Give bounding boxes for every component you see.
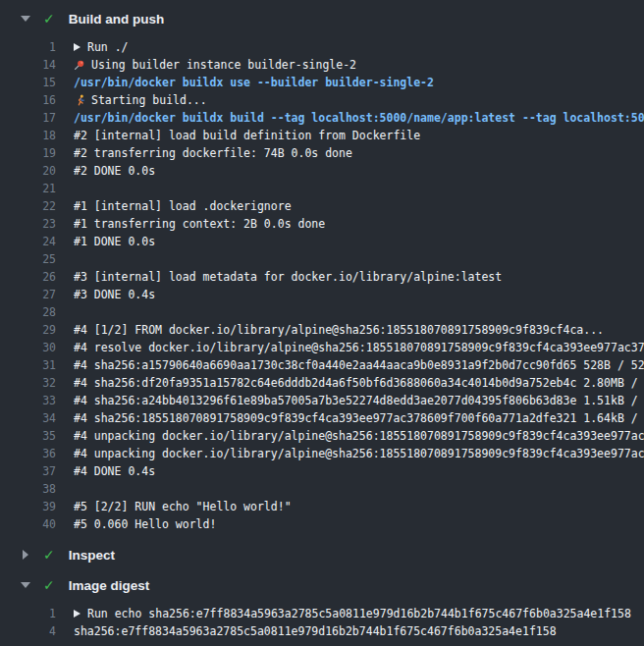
log-line: 14Using builder instance builder-single-… bbox=[0, 56, 644, 74]
expand-group-icon[interactable] bbox=[74, 610, 80, 618]
line-number[interactable]: 37 bbox=[0, 462, 56, 480]
log-text-value: /usr/bin/docker buildx build --tag local… bbox=[74, 109, 644, 127]
log-line: 17/usr/bin/docker buildx build --tag loc… bbox=[0, 109, 644, 127]
line-number[interactable]: 22 bbox=[0, 197, 56, 215]
section-header-build-and-push[interactable]: ✓ Build and push bbox=[0, 10, 644, 27]
log-text: #2 transferring dockerfile: 74B 0.0s don… bbox=[74, 144, 352, 162]
log-lines-build-and-push: 1Run ./14Using builder instance builder-… bbox=[0, 38, 644, 533]
log-line: 20#2 DONE 0.0s bbox=[0, 162, 644, 180]
line-number[interactable]: 1 bbox=[0, 38, 56, 56]
log-text: #4 unpacking docker.io/library/alpine@sh… bbox=[74, 427, 644, 445]
log-text: #3 [internal] load metadata for docker.i… bbox=[74, 268, 502, 286]
log-lines-image-digest: 1Run echo sha256:e7ff8834a5963a2785c5a08… bbox=[0, 605, 644, 640]
log-text-value: #4 sha256:a15790640a6690aa1730c38cf0a440… bbox=[74, 356, 644, 374]
log-text-value: #2 [internal] load build definition from… bbox=[74, 127, 420, 144]
log-text-value: #1 [internal] load .dockerignore bbox=[74, 197, 292, 215]
log-line: 22#1 [internal] load .dockerignore bbox=[0, 197, 644, 215]
log-text: #1 DONE 0.0s bbox=[74, 233, 155, 250]
log-line: 28 bbox=[0, 303, 644, 321]
line-number[interactable]: 4 bbox=[0, 622, 56, 640]
line-number[interactable]: 25 bbox=[0, 250, 56, 268]
log-text-value: #4 [1/2] FROM docker.io/library/alpine@s… bbox=[74, 321, 604, 339]
check-icon: ✓ bbox=[43, 548, 55, 562]
log-line: 38 bbox=[0, 480, 644, 498]
log-text-value: Run ./ bbox=[87, 38, 129, 56]
pushpin-icon bbox=[74, 59, 85, 71]
line-number[interactable]: 17 bbox=[0, 109, 56, 127]
line-number[interactable]: 26 bbox=[0, 268, 56, 286]
log-text-value: sha256:e7ff8834a5963a2785c5a0811e979d16b… bbox=[74, 622, 557, 640]
line-number[interactable]: 15 bbox=[0, 74, 56, 91]
log-text-value: #4 resolve docker.io/library/alpine@sha2… bbox=[74, 339, 644, 356]
log-text-value: #2 DONE 0.0s bbox=[74, 162, 155, 180]
log-text-value: #3 [internal] load metadata for docker.i… bbox=[74, 268, 502, 286]
section-header-inspect[interactable]: ✓ Inspect bbox=[0, 546, 644, 564]
log-text: #2 [internal] load build definition from… bbox=[74, 127, 420, 144]
section-header-image-digest[interactable]: ✓ Image digest bbox=[0, 576, 644, 594]
line-number[interactable]: 24 bbox=[0, 233, 56, 250]
log-text: #4 sha256:185518070891758909c9f839cf4ca3… bbox=[74, 409, 644, 427]
log-line: 25 bbox=[0, 250, 644, 268]
log-text: #5 [2/2] RUN echo "Hello world!" bbox=[74, 498, 292, 515]
log-text-value: /usr/bin/docker buildx use --builder bui… bbox=[74, 74, 434, 91]
line-number[interactable]: 16 bbox=[0, 91, 56, 109]
line-number[interactable]: 14 bbox=[0, 56, 56, 74]
line-number[interactable]: 1 bbox=[0, 605, 56, 622]
log-line: 21 bbox=[0, 180, 644, 197]
log-text: #5 0.060 Hello world! bbox=[74, 515, 216, 533]
log-line: 32#4 sha256:df20fa9351a15782c64e6dddb2d4… bbox=[0, 374, 644, 392]
chevron-right-icon[interactable] bbox=[20, 550, 31, 560]
log-text: /usr/bin/docker buildx use --builder bui… bbox=[74, 74, 434, 91]
log-line: 1Run echo sha256:e7ff8834a5963a2785c5a08… bbox=[0, 605, 644, 622]
line-number[interactable]: 18 bbox=[0, 127, 56, 144]
check-icon: ✓ bbox=[43, 12, 55, 26]
line-number[interactable]: 33 bbox=[0, 392, 56, 409]
log-text: sha256:e7ff8834a5963a2785c5a0811e979d16b… bbox=[74, 622, 557, 640]
log-text-value: #1 DONE 0.0s bbox=[74, 233, 155, 250]
log-text: /usr/bin/docker buildx build --tag local… bbox=[74, 109, 644, 127]
log-text: Starting build... bbox=[74, 91, 207, 109]
log-line: 23#1 transferring context: 2B 0.0s done bbox=[0, 215, 644, 233]
log-text-value: #4 sha256:a24bb4013296f61e89ba57005a7b3e… bbox=[74, 392, 644, 409]
line-number[interactable]: 28 bbox=[0, 303, 56, 321]
log-text: #2 DONE 0.0s bbox=[74, 162, 155, 180]
line-number[interactable]: 36 bbox=[0, 445, 56, 462]
line-number[interactable]: 23 bbox=[0, 215, 56, 233]
log-line: 31#4 sha256:a15790640a6690aa1730c38cf0a4… bbox=[0, 356, 644, 374]
log-text: #1 [internal] load .dockerignore bbox=[74, 197, 292, 215]
log-line: 36#4 unpacking docker.io/library/alpine@… bbox=[0, 445, 644, 462]
log-line: 35#4 unpacking docker.io/library/alpine@… bbox=[0, 427, 644, 445]
line-number[interactable]: 29 bbox=[0, 321, 56, 339]
log-line: 15/usr/bin/docker buildx use --builder b… bbox=[0, 74, 644, 91]
log-line: 34#4 sha256:185518070891758909c9f839cf4c… bbox=[0, 409, 644, 427]
line-number[interactable]: 35 bbox=[0, 427, 56, 445]
line-number[interactable]: 19 bbox=[0, 144, 56, 162]
expand-group-icon[interactable] bbox=[74, 43, 80, 51]
line-number[interactable]: 31 bbox=[0, 356, 56, 374]
log-line: 37#4 DONE 0.4s bbox=[0, 462, 644, 480]
log-line: 1Run ./ bbox=[0, 38, 644, 56]
line-number[interactable]: 21 bbox=[0, 180, 56, 197]
line-number[interactable]: 38 bbox=[0, 480, 56, 498]
line-number[interactable]: 20 bbox=[0, 162, 56, 180]
log-text-value: Using builder instance builder-single-2 bbox=[91, 56, 356, 74]
log-text: #3 DONE 0.4s bbox=[74, 286, 155, 303]
check-icon: ✓ bbox=[43, 578, 55, 592]
log-text: #4 resolve docker.io/library/alpine@sha2… bbox=[74, 339, 644, 356]
workflow-log-viewer: ✓ Build and push 1Run ./14Using builder … bbox=[0, 0, 644, 646]
line-number[interactable]: 40 bbox=[0, 515, 56, 533]
log-line: 24#1 DONE 0.0s bbox=[0, 233, 644, 250]
log-line: 33#4 sha256:a24bb4013296f61e89ba57005a7b… bbox=[0, 392, 644, 409]
line-number[interactable]: 34 bbox=[0, 409, 56, 427]
log-line: 29#4 [1/2] FROM docker.io/library/alpine… bbox=[0, 321, 644, 339]
line-number[interactable]: 32 bbox=[0, 374, 56, 392]
line-number[interactable]: 27 bbox=[0, 286, 56, 303]
section-title: Inspect bbox=[69, 548, 115, 563]
line-number[interactable]: 30 bbox=[0, 339, 56, 356]
log-text-value: #5 0.060 Hello world! bbox=[74, 515, 216, 533]
log-text-value: Starting build... bbox=[91, 91, 207, 109]
line-number[interactable]: 39 bbox=[0, 498, 56, 515]
chevron-down-icon[interactable] bbox=[20, 582, 31, 588]
chevron-down-icon[interactable] bbox=[20, 16, 31, 22]
runner-icon bbox=[74, 94, 85, 106]
